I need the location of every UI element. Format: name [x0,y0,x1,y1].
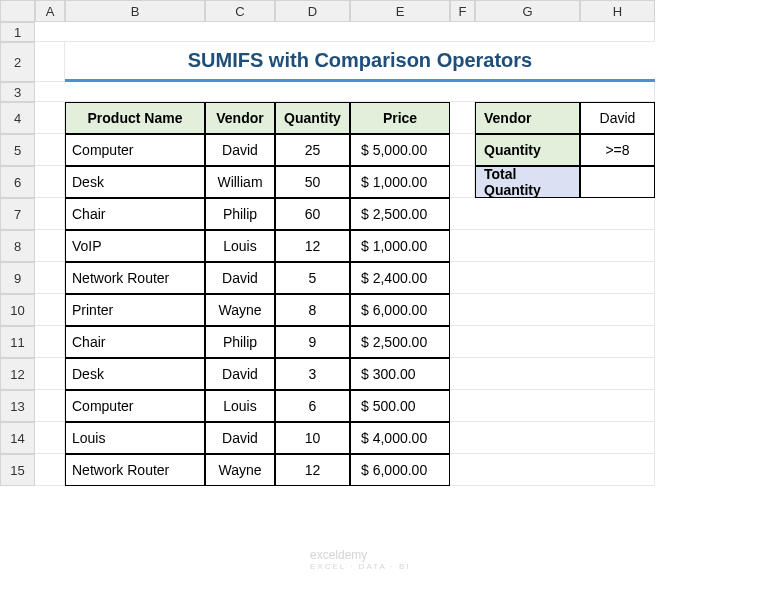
cell-qty[interactable]: 12 [275,454,350,486]
cell-a2[interactable] [35,42,65,82]
cell-price[interactable]: $ 4,000.00 [350,422,450,454]
cell-product[interactable]: Network Router [65,454,205,486]
cell-product[interactable]: Desk [65,166,205,198]
row-header-2[interactable]: 2 [0,42,35,82]
cell-qty[interactable]: 8 [275,294,350,326]
cell-a10[interactable] [35,294,65,326]
cell-price[interactable]: $ 2,500.00 [350,326,450,358]
row-header-8[interactable]: 8 [0,230,35,262]
col-header-h[interactable]: H [580,0,655,22]
cell-qty[interactable]: 12 [275,230,350,262]
row-header-3[interactable]: 3 [0,82,35,102]
cell-a7[interactable] [35,198,65,230]
cell-price[interactable]: $ 2,500.00 [350,198,450,230]
cell-r12[interactable] [450,358,655,390]
cell-product[interactable]: Chair [65,198,205,230]
cell-vendor[interactable]: Philip [205,198,275,230]
cell-qty[interactable]: 10 [275,422,350,454]
cell-qty[interactable]: 25 [275,134,350,166]
cell-price[interactable]: $ 1,000.00 [350,166,450,198]
cell-vendor[interactable]: Wayne [205,454,275,486]
col-header-a[interactable]: A [35,0,65,22]
cell-r9[interactable] [450,262,655,294]
cell-vendor[interactable]: David [205,262,275,294]
cell-price[interactable]: $ 500.00 [350,390,450,422]
cell-vendor[interactable]: William [205,166,275,198]
cell-vendor[interactable]: David [205,358,275,390]
cell-f5[interactable] [450,134,475,166]
cell-product[interactable]: Chair [65,326,205,358]
row-header-5[interactable]: 5 [0,134,35,166]
header-price[interactable]: Price [350,102,450,134]
cell-price[interactable]: $ 6,000.00 [350,294,450,326]
cell-r11[interactable] [450,326,655,358]
cell-qty[interactable]: 3 [275,358,350,390]
col-header-f[interactable]: F [450,0,475,22]
row-header-14[interactable]: 14 [0,422,35,454]
corner-cell[interactable] [0,0,35,22]
cell-product[interactable]: VoIP [65,230,205,262]
row-header-9[interactable]: 9 [0,262,35,294]
cell-r15[interactable] [450,454,655,486]
cell-a4[interactable] [35,102,65,134]
cell-product[interactable]: Computer [65,134,205,166]
cell-a6[interactable] [35,166,65,198]
col-header-e[interactable]: E [350,0,450,22]
cell-a5[interactable] [35,134,65,166]
cell-a15[interactable] [35,454,65,486]
cell-r13[interactable] [450,390,655,422]
row-header-1[interactable]: 1 [0,22,35,42]
cell-vendor[interactable]: David [205,422,275,454]
cell-vendor[interactable]: Wayne [205,294,275,326]
cell-product[interactable]: Desk [65,358,205,390]
row-header-4[interactable]: 4 [0,102,35,134]
cell-a12[interactable] [35,358,65,390]
header-quantity[interactable]: Quantity [275,102,350,134]
col-header-g[interactable]: G [475,0,580,22]
cell-price[interactable]: $ 2,400.00 [350,262,450,294]
cell-qty[interactable]: 50 [275,166,350,198]
cell-vendor[interactable]: David [205,134,275,166]
cell-vendor[interactable]: Louis [205,390,275,422]
cell-a13[interactable] [35,390,65,422]
row-header-7[interactable]: 7 [0,198,35,230]
cell-r3[interactable] [35,82,655,102]
col-header-d[interactable]: D [275,0,350,22]
row-header-12[interactable]: 12 [0,358,35,390]
cell-qty[interactable]: 60 [275,198,350,230]
col-header-c[interactable]: C [205,0,275,22]
cell-product[interactable]: Louis [65,422,205,454]
row-header-11[interactable]: 11 [0,326,35,358]
side-vendor-label[interactable]: Vendor [475,102,580,134]
side-total-value[interactable] [580,166,655,198]
cell-r8[interactable] [450,230,655,262]
cell-qty[interactable]: 9 [275,326,350,358]
cell-vendor[interactable]: Louis [205,230,275,262]
cell-a9[interactable] [35,262,65,294]
cell-product[interactable]: Computer [65,390,205,422]
cell-r14[interactable] [450,422,655,454]
cell-product[interactable]: Printer [65,294,205,326]
side-vendor-value[interactable]: David [580,102,655,134]
row-header-6[interactable]: 6 [0,166,35,198]
cell-price[interactable]: $ 6,000.00 [350,454,450,486]
col-header-b[interactable]: B [65,0,205,22]
cell-product[interactable]: Network Router [65,262,205,294]
cell-f6[interactable] [450,166,475,198]
side-quantity-label[interactable]: Quantity [475,134,580,166]
side-total-label[interactable]: Total Quantity [475,166,580,198]
cell-a14[interactable] [35,422,65,454]
row-header-10[interactable]: 10 [0,294,35,326]
cell-vendor[interactable]: Philip [205,326,275,358]
cell-r10[interactable] [450,294,655,326]
cell-f4[interactable] [450,102,475,134]
cell-a11[interactable] [35,326,65,358]
header-vendor[interactable]: Vendor [205,102,275,134]
cell-price[interactable]: $ 300.00 [350,358,450,390]
cell-price[interactable]: $ 1,000.00 [350,230,450,262]
side-quantity-value[interactable]: >=8 [580,134,655,166]
cell-r7[interactable] [450,198,655,230]
cell-price[interactable]: $ 5,000.00 [350,134,450,166]
cell-qty[interactable]: 6 [275,390,350,422]
cell-empty[interactable] [35,22,655,42]
